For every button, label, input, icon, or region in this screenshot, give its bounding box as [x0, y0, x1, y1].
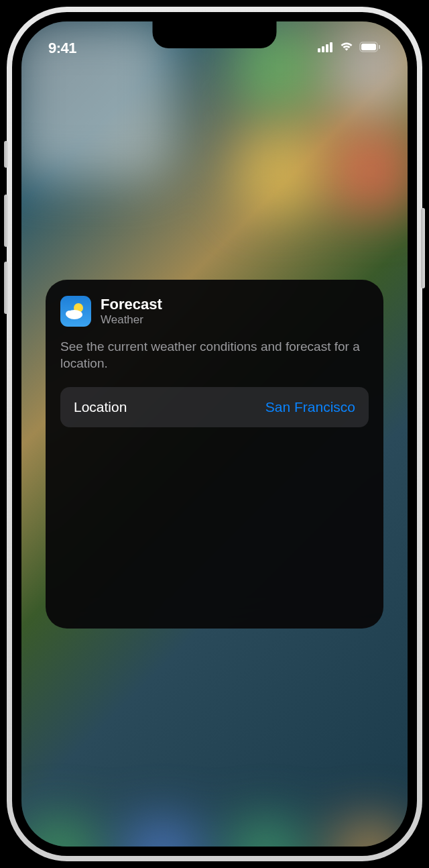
device-notch	[153, 21, 277, 48]
widget-subtitle: Weather	[101, 313, 162, 327]
battery-icon	[359, 42, 381, 55]
blurred-app-icon	[334, 132, 408, 213]
widget-settings-panel: Forecast Weather See the current weather…	[46, 280, 383, 629]
cellular-signal-icon	[318, 42, 334, 55]
widget-header-text: Forecast Weather	[101, 296, 162, 327]
weather-app-icon	[60, 296, 91, 327]
blurred-dock-icon	[228, 818, 304, 847]
blurred-dock-icon	[125, 818, 201, 847]
svg-rect-3	[330, 42, 332, 52]
volume-up-button	[4, 195, 8, 247]
blurred-dock	[21, 808, 408, 847]
phone-bezel: 9:41	[12, 12, 417, 856]
widget-description: See the current weather conditions and f…	[60, 338, 369, 372]
wifi-icon	[339, 42, 354, 55]
blurred-dock-icon	[332, 818, 408, 847]
svg-rect-1	[322, 46, 324, 52]
svg-rect-6	[379, 45, 380, 49]
silent-switch	[4, 141, 8, 168]
svg-point-9	[66, 311, 74, 317]
blurred-dock-icon	[21, 818, 97, 847]
svg-rect-0	[318, 48, 320, 52]
location-label: Location	[74, 399, 127, 415]
location-value: San Francisco	[265, 399, 355, 415]
phone-screen: 9:41	[21, 21, 408, 847]
widget-title: Forecast	[101, 296, 162, 313]
status-time: 9:41	[48, 40, 76, 57]
status-icons-group	[318, 42, 381, 55]
widget-panel-header: Forecast Weather	[60, 296, 369, 327]
volume-down-button	[4, 262, 8, 314]
blurred-app-icon	[237, 132, 318, 213]
svg-rect-5	[361, 44, 376, 50]
power-button	[421, 208, 425, 288]
svg-rect-2	[326, 44, 328, 52]
location-setting-row[interactable]: Location San Francisco	[60, 387, 369, 427]
phone-device-frame: 9:41	[7, 7, 422, 861]
